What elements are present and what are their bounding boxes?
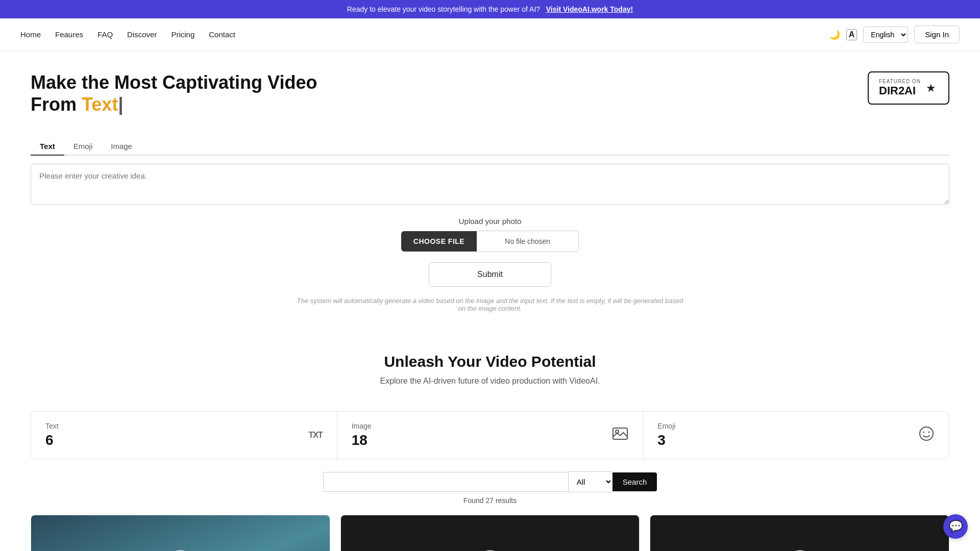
stats-row: Text 6 TXT Image 18 Emoji 3 [31,411,949,459]
video-thumb-2: ▶ [341,515,640,551]
choose-file-button[interactable]: CHOOSE FILE [401,231,477,252]
dir2ai-featured: FEATURED ON [879,79,921,84]
unleash-title: Unleash Your Video Potential [31,353,949,370]
video-card-2[interactable]: ▶ [340,515,640,551]
hero-text: Make the Most Captivating Video From Tex… [31,71,847,128]
sign-in-button[interactable]: Sign In [914,26,960,43]
filter-select[interactable]: All Text Image Emoji [568,471,612,492]
stat-emoji-number: 3 [657,432,675,448]
dir2ai-badge: FEATURED ON DIR2AI ★ [868,71,949,105]
stat-image-number: 18 [352,432,372,448]
unleash-subtitle: Explore the AI-driven future of video pr… [31,377,949,386]
stat-emoji: Emoji 3 [643,412,949,459]
submit-button[interactable]: Submit [429,262,551,287]
hero-title-line1: Make the Most Captivating Video [31,72,317,93]
video-thumb-1: ▶ [31,515,330,551]
nav-right: 🌙 A English Sign In [829,26,960,43]
search-button[interactable]: Search [612,472,657,491]
banner-text: Ready to elevate your video storytelling… [347,5,540,13]
stat-emoji-label: Emoji [657,422,675,430]
stat-image-content: Image 18 [352,422,372,448]
nav-contact[interactable]: Contact [209,30,235,39]
hero-title: Make the Most Captivating Video From Tex… [31,71,847,115]
stat-emoji-icon [918,425,935,445]
stat-text-number: 6 [45,432,59,448]
form-tabs: Text Emoji Image [31,138,949,156]
videos-row: ▶ ▶ ▶ [0,515,980,551]
dir2ai-badge-text: FEATURED ON DIR2AI [879,79,921,97]
nav-pricing[interactable]: Pricing [171,30,194,39]
nav-discover[interactable]: Discover [127,30,157,39]
file-upload-row: CHOOSE FILE No file chosen [31,231,949,252]
translate-icon[interactable]: A [846,29,857,40]
unleash-section: Unleash Your Video Potential Explore the… [0,333,980,411]
chat-button[interactable]: 💬 [943,514,968,539]
dir2ai-star: ★ [926,82,936,95]
video-thumb-3: ▶ [650,515,949,551]
stat-text: Text 6 TXT [31,412,337,459]
svg-rect-0 [613,428,627,439]
hero-title-cursor: | [118,94,123,115]
idea-input[interactable] [31,164,949,205]
navbar: Home Feaures FAQ Discover Pricing Contac… [0,18,980,51]
svg-point-4 [928,431,930,433]
nav-features[interactable]: Feaures [55,30,83,39]
dir2ai-name: DIR2AI [879,84,921,97]
search-input[interactable] [323,472,568,492]
video-card-3[interactable]: ▶ [650,515,949,551]
banner-link[interactable]: Visit VideoAI.work Today! [546,5,633,13]
nav-faq[interactable]: FAQ [97,30,113,39]
main-form-section: Text Emoji Image Upload your photo CHOOS… [0,138,980,333]
results-count: Found 27 results [0,496,980,505]
nav-links: Home Feaures FAQ Discover Pricing Contac… [20,30,813,39]
upload-section: Upload your photo CHOOSE FILE No file ch… [31,217,949,252]
hero-title-highlight: Text [82,94,118,115]
upload-label: Upload your photo [31,217,949,226]
language-select[interactable]: English [863,27,908,43]
search-row: All Text Image Emoji Search [31,471,949,492]
hero-section: Make the Most Captivating Video From Tex… [0,51,980,138]
stat-image-icon [612,425,628,445]
stat-text-label: Text [45,422,59,430]
file-name-display: No file chosen [477,231,579,252]
stat-image: Image 18 [337,412,644,459]
hero-title-line2-start: From [31,94,82,115]
submit-note: The system will automatically generate a… [296,297,684,312]
stat-text-content: Text 6 [45,422,59,448]
tab-image[interactable]: Image [102,138,141,156]
top-banner: Ready to elevate your video storytelling… [0,0,980,18]
nav-home[interactable]: Home [20,30,41,39]
video-card-1[interactable]: ▶ [31,515,330,551]
tab-text[interactable]: Text [31,138,64,156]
svg-point-2 [920,427,933,440]
chat-icon: 💬 [949,520,963,533]
tab-emoji[interactable]: Emoji [64,138,102,156]
stat-image-label: Image [352,422,372,430]
stat-emoji-content: Emoji 3 [657,422,675,448]
svg-point-3 [923,431,925,433]
dark-mode-icon[interactable]: 🌙 [829,29,840,40]
stat-text-icon: TXT [308,431,322,440]
